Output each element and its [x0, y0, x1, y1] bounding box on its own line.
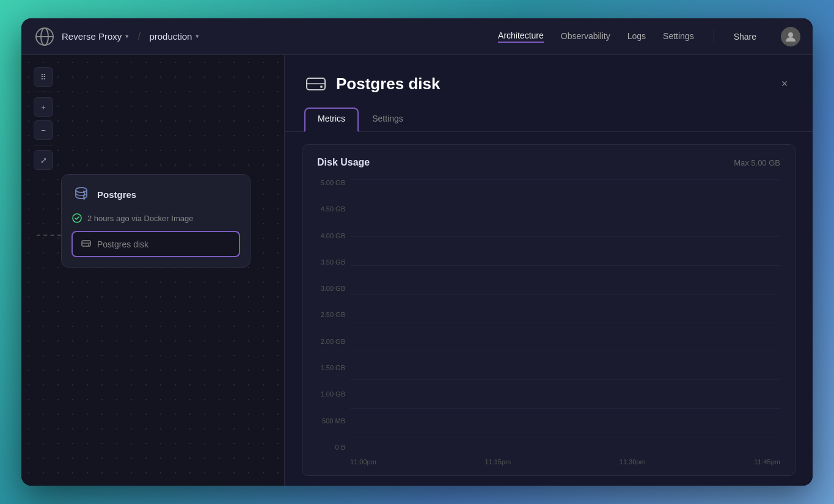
side-panel: Postgres disk × Metrics Settings Disk Us…	[284, 55, 813, 486]
x-label-0: 11:00pm	[350, 458, 376, 466]
fit-button[interactable]: ⤢	[34, 150, 53, 170]
y-label-3: 3.50 GB	[317, 258, 350, 266]
canvas-toolbar: ⠿ + − ⤢	[34, 67, 53, 170]
breadcrumb-separator: /	[137, 30, 141, 43]
env-label: production	[149, 31, 192, 42]
breadcrumb-app[interactable]: Reverse Proxy ▾	[62, 31, 129, 42]
panel-tabs: Metrics Settings	[285, 95, 813, 132]
y-label-7: 1.50 GB	[317, 364, 350, 371]
header-nav: Architecture Observability Logs Settings…	[498, 27, 800, 46]
close-button[interactable]: ×	[776, 75, 793, 92]
disk-icon	[81, 238, 91, 250]
nav-logs[interactable]: Logs	[627, 31, 646, 42]
status-text: 2 hours ago via Docker Image	[87, 214, 193, 223]
postgres-disk-item[interactable]: Postgres disk	[71, 231, 240, 257]
chart-header: Disk Usage Max 5.00 GB	[317, 157, 780, 168]
chart-area: 5.00 GB 4.50 GB 4.00 GB 3.50 GB 3.00 GB …	[317, 179, 780, 466]
tab-metrics[interactable]: Metrics	[304, 108, 359, 132]
app-logo	[34, 26, 56, 48]
y-label-9: 500 MB	[317, 417, 350, 425]
share-button[interactable]: Share	[734, 32, 756, 42]
toolbar-separator	[34, 92, 53, 92]
nav-settings[interactable]: Settings	[663, 31, 694, 42]
chart-line-svg	[350, 179, 780, 466]
x-label-3: 11:45pm	[754, 458, 780, 466]
y-label-2: 4.00 GB	[317, 232, 350, 239]
user-avatar[interactable]	[781, 27, 800, 46]
svg-point-3	[788, 32, 793, 37]
panel-header: Postgres disk ×	[285, 55, 813, 95]
status-check-icon	[71, 213, 82, 224]
nav-divider	[714, 29, 714, 44]
app-chevron-icon: ▾	[125, 32, 129, 40]
panel-title: Postgres disk	[336, 75, 441, 93]
arrow-dash	[37, 235, 61, 236]
chart-container: Disk Usage Max 5.00 GB 5.00 GB 4.50 GB 4…	[285, 132, 813, 486]
x-label-1: 11:15pm	[485, 458, 511, 466]
y-label-5: 2.50 GB	[317, 311, 350, 318]
y-label-0: 5.00 GB	[317, 179, 350, 186]
postgres-node[interactable]: Postgres 2 hours ago via Docker Image	[61, 174, 251, 268]
svg-point-4	[76, 188, 87, 192]
node-status: 2 hours ago via Docker Image	[71, 213, 240, 224]
grid-tool-button[interactable]: ⠿	[34, 67, 53, 87]
zoom-out-icon: −	[41, 126, 46, 135]
breadcrumb-env[interactable]: production ▾	[149, 31, 199, 42]
zoom-in-icon: +	[41, 103, 46, 112]
nav-observability[interactable]: Observability	[561, 31, 610, 42]
y-label-1: 4.50 GB	[317, 205, 350, 213]
app-name-label: Reverse Proxy	[62, 31, 122, 42]
zoom-out-button[interactable]: −	[34, 120, 53, 140]
fit-icon: ⤢	[40, 156, 47, 165]
y-label-6: 2.00 GB	[317, 338, 350, 345]
x-label-2: 11:30pm	[620, 458, 646, 466]
header: Reverse Proxy ▾ / production ▾ Architect…	[21, 18, 813, 55]
tab-settings[interactable]: Settings	[359, 108, 417, 132]
canvas-background	[21, 55, 284, 486]
chart-card: Disk Usage Max 5.00 GB 5.00 GB 4.50 GB 4…	[302, 144, 796, 476]
toolbar-separator-2	[34, 145, 53, 145]
y-label-8: 1.00 GB	[317, 390, 350, 398]
svg-point-11	[320, 86, 323, 88]
y-label-4: 3.00 GB	[317, 285, 350, 292]
node-title: Postgres	[97, 189, 136, 200]
canvas-area: ⠿ + − ⤢	[21, 55, 284, 486]
y-axis: 5.00 GB 4.50 GB 4.00 GB 3.50 GB 3.00 GB …	[317, 179, 350, 466]
grid-icon: ⠿	[40, 73, 46, 82]
chart-inner: 11:00pm 11:15pm 11:30pm 11:45pm	[350, 179, 780, 466]
panel-disk-icon	[304, 72, 327, 95]
node-header: Postgres	[71, 184, 240, 204]
svg-point-8	[88, 244, 89, 246]
postgres-icon	[71, 184, 91, 204]
app-window: Reverse Proxy ▾ / production ▾ Architect…	[21, 18, 813, 486]
disk-label: Postgres disk	[97, 239, 148, 249]
y-label-10: 0 B	[317, 444, 350, 451]
chart-max-label: Max 5.00 GB	[734, 158, 780, 167]
nav-architecture[interactable]: Architecture	[498, 31, 544, 43]
main-content: ⠿ + − ⤢	[21, 55, 813, 486]
panel-title-row: Postgres disk	[304, 72, 441, 95]
env-chevron-icon: ▾	[196, 32, 199, 40]
header-left: Reverse Proxy ▾ / production ▾	[34, 26, 498, 48]
zoom-in-button[interactable]: +	[34, 97, 53, 117]
chart-title: Disk Usage	[317, 157, 370, 168]
x-axis: 11:00pm 11:15pm 11:30pm 11:45pm	[350, 451, 780, 466]
